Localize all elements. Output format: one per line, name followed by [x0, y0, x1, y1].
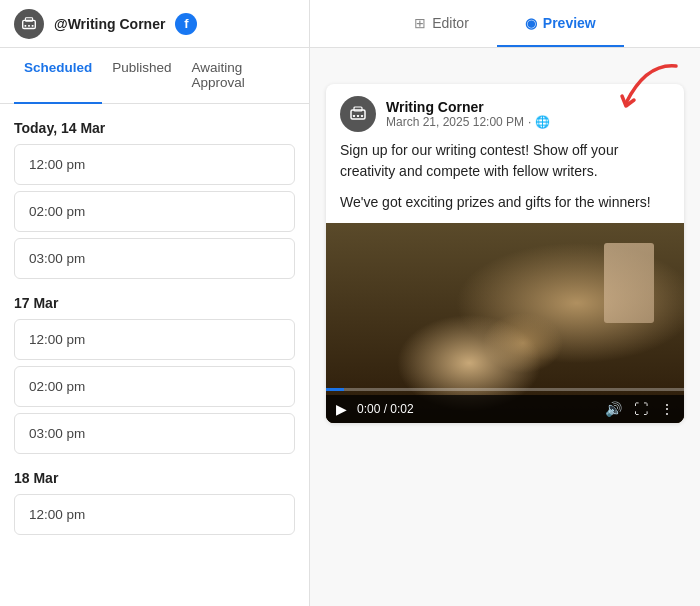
top-navigation: @Writing Corner f ⊞ Editor ◉ Preview — [0, 0, 700, 48]
date-header-18mar: 18 Mar — [14, 470, 295, 486]
fullscreen-icon[interactable]: ⛶ — [634, 401, 648, 417]
visibility-icon: 🌐 — [535, 115, 550, 129]
video-progress-bar[interactable] — [326, 388, 684, 391]
tab-published[interactable]: Published — [102, 48, 181, 104]
post-paragraph-2: We've got exciting prizes and gifts for … — [340, 192, 670, 213]
play-icon[interactable]: ▶ — [336, 401, 347, 417]
post-avatar — [340, 96, 376, 132]
video-player: ▶ 0:00 / 0:02 🔊 ⛶ ⋮ — [326, 223, 684, 423]
account-name: @Writing Corner — [54, 16, 165, 32]
post-header: Writing Corner March 21, 2025 12:00 PM ·… — [326, 84, 684, 140]
svg-rect-4 — [32, 24, 34, 26]
time-slot[interactable]: 03:00 pm — [14, 413, 295, 454]
svg-rect-3 — [28, 24, 30, 26]
video-progress-fill — [326, 388, 344, 391]
preview-icon: ◉ — [525, 15, 537, 31]
schedule-tabs: Scheduled Published Awaiting Approval — [0, 48, 309, 104]
svg-rect-9 — [361, 115, 363, 117]
svg-rect-1 — [25, 17, 32, 21]
post-card: Writing Corner March 21, 2025 12:00 PM ·… — [326, 84, 684, 423]
time-slot[interactable]: 12:00 pm — [14, 319, 295, 360]
time-slot[interactable]: 02:00 pm — [14, 366, 295, 407]
tab-scheduled[interactable]: Scheduled — [14, 48, 102, 104]
video-controls-right: 🔊 ⛶ ⋮ — [605, 401, 674, 417]
main-content: Scheduled Published Awaiting Approval To… — [0, 48, 700, 606]
tab-preview[interactable]: ◉ Preview — [497, 0, 624, 47]
account-avatar[interactable] — [14, 9, 44, 39]
svg-rect-8 — [357, 115, 359, 117]
time-slot[interactable]: 03:00 pm — [14, 238, 295, 279]
date-header-17mar: 17 Mar — [14, 295, 295, 311]
post-paragraph-1: Sign up for our writing contest! Show of… — [340, 140, 670, 182]
account-section: @Writing Corner f — [0, 0, 310, 47]
separator: · — [528, 115, 531, 129]
video-thumbnail — [326, 223, 684, 423]
schedule-list: Today, 14 Mar 12:00 pm 02:00 pm 03:00 pm… — [0, 104, 309, 606]
right-panel: Writing Corner March 21, 2025 12:00 PM ·… — [310, 48, 700, 606]
left-panel: Scheduled Published Awaiting Approval To… — [0, 48, 310, 606]
time-slot[interactable]: 12:00 pm — [14, 494, 295, 535]
svg-rect-7 — [353, 115, 355, 117]
time-slot[interactable]: 02:00 pm — [14, 191, 295, 232]
date-header-today: Today, 14 Mar — [14, 120, 295, 136]
post-meta: Writing Corner March 21, 2025 12:00 PM ·… — [386, 99, 550, 129]
editor-tab-label: Editor — [432, 15, 469, 31]
volume-icon[interactable]: 🔊 — [605, 401, 622, 417]
post-date: March 21, 2025 12:00 PM — [386, 115, 524, 129]
tab-awaiting-approval[interactable]: Awaiting Approval — [182, 48, 295, 104]
post-text: Sign up for our writing contest! Show of… — [326, 140, 684, 223]
tab-editor[interactable]: ⊞ Editor — [386, 0, 497, 47]
facebook-icon[interactable]: f — [175, 13, 197, 35]
preview-tab-label: Preview — [543, 15, 596, 31]
editor-preview-tabs: ⊞ Editor ◉ Preview — [310, 0, 700, 47]
time-slot[interactable]: 12:00 pm — [14, 144, 295, 185]
post-date-line: March 21, 2025 12:00 PM · 🌐 — [386, 115, 550, 129]
editor-icon: ⊞ — [414, 15, 426, 31]
time-display: 0:00 / 0:02 — [357, 402, 595, 416]
svg-rect-2 — [25, 24, 27, 26]
more-options-icon[interactable]: ⋮ — [660, 401, 674, 417]
video-controls: ▶ 0:00 / 0:02 🔊 ⛶ ⋮ — [326, 395, 684, 423]
svg-rect-6 — [354, 107, 362, 111]
post-author: Writing Corner — [386, 99, 550, 115]
